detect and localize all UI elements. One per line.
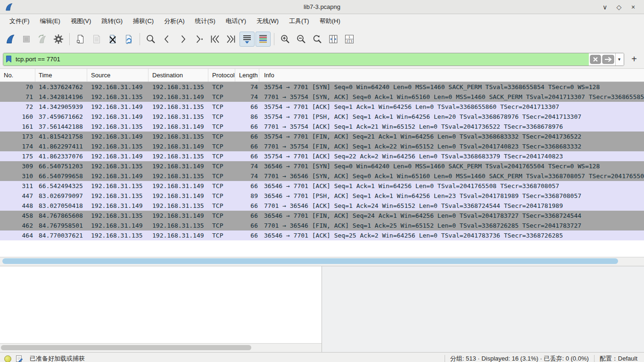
menu-item-wireless[interactable]: 无线(W) (252, 15, 283, 27)
column-header-source[interactable]: Source (87, 69, 149, 82)
close-file-button[interactable] (105, 32, 120, 47)
go-to-icon (193, 33, 205, 45)
menu-item-file[interactable]: 文件(F) (5, 15, 34, 27)
menu-item-go[interactable]: 跳转(G) (97, 15, 127, 27)
packet-cell-no: 174 (0, 143, 35, 150)
packet-cell-dest: 192.168.31.149 (149, 123, 208, 130)
previous-packet-button[interactable] (159, 32, 174, 47)
packet-row-175[interactable]: 17541.862337076192.168.31.149192.168.31.… (0, 151, 644, 161)
stop-capture-button[interactable] (19, 32, 34, 47)
packet-cell-time: 37.459671662 (35, 113, 87, 120)
filter-add-button[interactable]: + (628, 53, 640, 66)
status-separator (594, 355, 594, 362)
menu-item-help[interactable]: 帮助(H) (315, 15, 345, 27)
packet-cell-source: 192.168.31.149 (87, 133, 149, 140)
svg-text:3: 3 (350, 40, 352, 43)
maximize-button[interactable]: ◇ (614, 2, 624, 12)
filter-input[interactable] (15, 55, 589, 63)
minimize-button[interactable]: ∨ (600, 2, 610, 12)
packet-list-hscrollbar[interactable] (0, 257, 644, 266)
menu-item-statistics[interactable]: 统计(S) (190, 15, 220, 27)
open-file-button[interactable] (73, 32, 88, 47)
expert-info-icon[interactable] (4, 355, 11, 362)
packet-row-72[interactable]: 7214.342905939192.168.31.149192.168.31.1… (0, 102, 644, 112)
column-header-dest[interactable]: Destination (149, 69, 208, 82)
packet-details-content[interactable] (0, 266, 322, 343)
menu-item-capture[interactable]: 捕获(C) (128, 15, 158, 27)
zoom-reset-button[interactable] (310, 32, 325, 47)
packet-list: No.TimeSourceDestinationProtocolLengthIn… (0, 69, 644, 257)
find-packet-button[interactable] (143, 32, 158, 47)
packet-cell-len: 89 (235, 192, 259, 199)
details-hscrollbar[interactable] (0, 343, 322, 352)
save-file-button[interactable] (89, 32, 104, 47)
packet-row-160[interactable]: 16037.459671662192.168.31.149192.168.31.… (0, 112, 644, 122)
packet-row-161[interactable]: 16137.561442188192.168.31.135192.168.31.… (0, 122, 644, 132)
packet-details-pane (0, 266, 322, 352)
menu-item-tools[interactable]: 工具(T) (284, 15, 314, 27)
packet-cell-proto: TCP (208, 143, 235, 150)
details-hscrollbar-thumb[interactable] (1, 345, 251, 350)
packet-row-458[interactable]: 45884.767865608192.168.31.135192.168.31.… (0, 211, 644, 221)
menu-item-edit[interactable]: 编辑(E) (35, 15, 65, 27)
filter-dropdown-caret[interactable]: ▾ (615, 53, 623, 66)
packet-cell-proto: TCP (208, 123, 235, 130)
packet-row-447[interactable]: 44783.026979097192.168.31.135192.168.31.… (0, 191, 644, 201)
capture-options-button[interactable] (51, 32, 66, 47)
packet-cell-source: 192.168.31.149 (87, 103, 149, 110)
packet-cell-no: 173 (0, 133, 35, 140)
last-packet-button[interactable] (223, 32, 239, 47)
auto-scroll-button[interactable] (239, 32, 255, 47)
restart-capture-button[interactable] (35, 32, 50, 47)
svg-text:1: 1 (348, 35, 350, 39)
column-header-info[interactable]: Info (259, 69, 644, 82)
column-header-no[interactable]: No. (0, 69, 35, 82)
gear-icon (53, 33, 64, 45)
capture-comment-icon[interactable] (16, 355, 23, 362)
layout-button[interactable]: 123 (342, 32, 357, 47)
toolbar-separator (69, 33, 70, 45)
wireshark-window: lib7-3.pcapng ∨ ◇ × 文件(F)编辑(E)视图(V)跳转(G)… (0, 0, 644, 362)
close-button[interactable]: × (628, 2, 638, 12)
menu-item-view[interactable]: 视图(V) (66, 15, 96, 27)
search-icon (145, 33, 157, 45)
packet-cell-len: 66 (235, 212, 259, 219)
packet-cell-source: 192.168.31.149 (87, 222, 149, 229)
column-header-len[interactable]: Length (235, 69, 259, 82)
filter-apply-button[interactable] (602, 55, 614, 64)
packet-row-174[interactable]: 17441.862297411192.168.31.135192.168.31.… (0, 141, 644, 151)
go-to-packet-button[interactable] (191, 32, 206, 47)
menu-item-analyze[interactable]: 分析(A) (159, 15, 189, 27)
packet-row-71[interactable]: 7114.342814196192.168.31.135192.168.31.1… (0, 92, 644, 102)
reload-file-button[interactable] (121, 32, 136, 47)
packet-row-464[interactable]: 46484.770037621192.168.31.135192.168.31.… (0, 230, 644, 240)
zoom-in-button[interactable] (278, 32, 293, 47)
packet-cell-dest: 192.168.31.149 (149, 212, 208, 219)
start-capture-button[interactable] (3, 32, 18, 47)
bookmark-icon[interactable] (6, 55, 12, 63)
column-header-time[interactable]: Time (35, 69, 87, 82)
packet-row-462[interactable]: 46284.767958501192.168.31.149192.168.31.… (0, 221, 644, 230)
packet-row-310[interactable]: 31066.540799658192.168.31.149192.168.31.… (0, 171, 644, 181)
profile-label[interactable]: 配置：Default (600, 354, 644, 362)
packet-row-173[interactable]: 17341.815421758192.168.31.149192.168.31.… (0, 132, 644, 141)
packet-cell-proto: TCP (208, 113, 235, 120)
main-toolbar: 123 (0, 28, 644, 50)
packet-row-309[interactable]: 30966.540751203192.168.31.135192.168.31.… (0, 161, 644, 171)
packet-row-448[interactable]: 44883.027050418192.168.31.149192.168.31.… (0, 201, 644, 211)
colorize-button[interactable] (256, 32, 271, 47)
packet-cell-no: 464 (0, 232, 35, 239)
zoom-out-button[interactable] (294, 32, 309, 47)
filter-clear-button[interactable] (590, 55, 601, 64)
window-controls: ∨ ◇ × (600, 2, 644, 12)
menu-bar: 文件(F)编辑(E)视图(V)跳转(G)捕获(C)分析(A)统计(S)电话(Y)… (0, 14, 644, 28)
packet-row-311[interactable]: 31166.542494325192.168.31.135192.168.31.… (0, 181, 644, 191)
first-packet-button[interactable] (207, 32, 223, 47)
next-packet-button[interactable] (175, 32, 190, 47)
packet-row-70[interactable]: 7014.337624762192.168.31.149192.168.31.1… (0, 82, 644, 92)
packet-list-hscrollbar-thumb[interactable] (2, 258, 618, 264)
resize-columns-button[interactable] (326, 32, 341, 47)
menu-item-telephony[interactable]: 电话(Y) (221, 15, 251, 27)
status-right: 分组: 513 · Displayed: 16 (3.1%) · 已丢弃: 0 … (439, 354, 644, 362)
column-header-proto[interactable]: Protocol (208, 69, 235, 82)
